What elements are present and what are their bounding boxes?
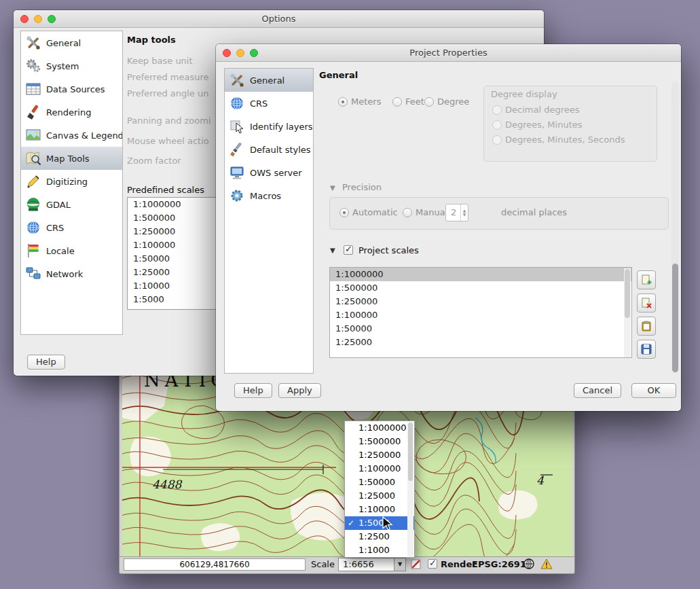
map-label-elevation-right: 4: [536, 474, 545, 487]
help-button[interactable]: Help: [234, 383, 272, 398]
crs-status-icon[interactable]: [523, 558, 535, 572]
sidebar-item-canvas-legend[interactable]: Canvas & Legend: [21, 124, 122, 147]
sidebar-item-crs[interactable]: CRS: [21, 216, 122, 239]
list-item[interactable]: 1:1000000: [330, 268, 631, 281]
minimize-button[interactable]: [236, 49, 244, 57]
option-preferred-measure: Preferred measure: [127, 72, 209, 82]
minimize-button[interactable]: [34, 15, 42, 23]
tools-icon: [25, 35, 41, 51]
precision-automatic-option[interactable]: Automatic: [339, 207, 398, 217]
stop-render-icon[interactable]: [410, 558, 422, 572]
options-section-title: Map tools: [127, 35, 176, 45]
radio-feet[interactable]: [392, 97, 402, 107]
pp-section-title: General: [319, 70, 358, 80]
save-scales-button[interactable]: [637, 340, 656, 359]
project-scales-expand-icon[interactable]: ▼: [330, 247, 335, 254]
list-scrollbar[interactable]: [624, 268, 631, 357]
dropdown-item[interactable]: 1:1000: [345, 543, 414, 557]
scale-dropdown-popup: 1:1000000 1:500000 1:250000 1:100000 1:5…: [344, 421, 415, 558]
unit-meters-option[interactable]: Meters: [338, 96, 381, 107]
radio-automatic[interactable]: [339, 208, 349, 217]
sidebar-item-macros[interactable]: Macros: [225, 184, 313, 207]
dropdown-item[interactable]: 1:50000: [345, 476, 414, 489]
sidebar-item-rendering[interactable]: Rendering: [21, 101, 122, 124]
ok-button[interactable]: OK: [631, 383, 676, 398]
remove-scale-button[interactable]: [637, 293, 656, 313]
precision-expand-icon[interactable]: ▼: [330, 184, 335, 192]
dropdown-item[interactable]: 1:100000: [345, 462, 414, 476]
apply-button[interactable]: Apply: [278, 383, 321, 398]
scale-combo[interactable]: 1:6656 ▼: [338, 558, 406, 571]
precision-manual-option[interactable]: Manual: [403, 207, 447, 217]
list-item[interactable]: 1:500000: [330, 281, 631, 295]
sidebar-item-locale[interactable]: Locale: [21, 239, 122, 262]
flag-icon: [25, 243, 41, 259]
option-preferred-angle: Preferred angle un: [127, 88, 208, 99]
project-scales-list[interactable]: 1:1000000 1:500000 1:250000 1:100000 1:5…: [329, 267, 632, 358]
sidebar-item-data-sources[interactable]: Data Sources: [21, 77, 122, 101]
radio-decimal-degrees: [492, 105, 502, 115]
panel-scrollbar[interactable]: [671, 82, 679, 374]
gears-icon: [25, 58, 41, 74]
sidebar-item-general[interactable]: General: [21, 31, 122, 54]
decimal-degrees-option: Decimal degrees: [492, 105, 579, 115]
help-button[interactable]: Help: [27, 355, 65, 370]
pencil-icon: [25, 173, 41, 190]
sidebar-item-digitizing[interactable]: Digitizing: [21, 170, 122, 193]
dropdown-item-selected[interactable]: ✓ 1:5000: [345, 516, 414, 530]
chevron-down-icon[interactable]: ▼: [394, 558, 405, 571]
project-scales-checkbox[interactable]: [344, 245, 353, 255]
dropdown-item[interactable]: 1:250000: [345, 448, 414, 462]
close-button[interactable]: [20, 15, 29, 23]
sidebar-item-gdal[interactable]: GDAL: [21, 193, 122, 216]
zoom-button[interactable]: [250, 49, 258, 57]
dropdown-item[interactable]: 1:10000: [345, 503, 414, 516]
sidebar-item-network[interactable]: Network: [21, 262, 122, 285]
radio-meters[interactable]: [338, 97, 348, 107]
sidebar-item-identify-layers[interactable]: Identify layers: [225, 115, 313, 138]
radio-manual[interactable]: [403, 208, 412, 217]
list-scrollbar-thumb[interactable]: [625, 269, 630, 318]
title-bar[interactable]: Project Properties: [216, 44, 681, 62]
spinner-value: 2: [446, 204, 460, 221]
panel-scrollbar-thumb[interactable]: [672, 264, 678, 372]
globe-icon: [229, 95, 245, 111]
list-item[interactable]: 1:250000: [330, 295, 631, 308]
paintbrush-icon: [25, 104, 41, 120]
unit-feet-option[interactable]: Feet: [392, 96, 424, 107]
radio-degree[interactable]: [424, 97, 434, 107]
title-bar[interactable]: Options: [14, 10, 544, 28]
zoom-button[interactable]: [48, 15, 56, 23]
sidebar-item-map-tools[interactable]: Map Tools: [21, 147, 122, 170]
sidebar-item-system[interactable]: System: [21, 54, 122, 77]
popup-scrollbar[interactable]: [407, 422, 413, 556]
list-item[interactable]: 1:25000: [330, 336, 631, 349]
warning-icon[interactable]: [540, 558, 553, 572]
option-keep-base-unit: Keep base unit: [127, 56, 193, 66]
close-button[interactable]: [223, 49, 231, 57]
list-item[interactable]: 1:50000: [330, 322, 631, 336]
network-icon: [25, 266, 41, 282]
degree-display-group: Degree display Decimal degrees Degrees, …: [483, 86, 657, 162]
add-scale-button[interactable]: [637, 270, 656, 289]
cancel-button[interactable]: Cancel: [574, 383, 621, 398]
sidebar-item-crs[interactable]: CRS: [225, 92, 313, 115]
scale-combo-value: 1:6656: [339, 558, 394, 571]
dropdown-item[interactable]: 1:2500: [345, 530, 414, 543]
import-scales-button[interactable]: [637, 317, 656, 336]
dropdown-item[interactable]: 1:1000000: [345, 421, 414, 435]
dropdown-item[interactable]: 1:25000: [345, 489, 414, 503]
sidebar-item-default-styles[interactable]: Default styles: [225, 138, 313, 161]
project-properties-sidebar: General CRS Identify layers Default styl…: [224, 68, 314, 374]
dropdown-item[interactable]: 1:500000: [345, 435, 414, 448]
render-checkbox[interactable]: [428, 559, 437, 569]
options-panning-group-title: Panning and zoomi: [127, 115, 211, 126]
remove-page-icon: [640, 297, 652, 309]
popup-scrollbar-thumb[interactable]: [408, 423, 413, 481]
sidebar-item-ows-server[interactable]: OWS server: [225, 161, 313, 184]
macro-gear-icon: [229, 188, 245, 204]
list-item[interactable]: 1:100000: [330, 308, 631, 322]
sidebar-item-general[interactable]: General: [225, 69, 313, 92]
unit-degree-option[interactable]: Degree: [424, 96, 469, 107]
coordinate-display[interactable]: 606129,4817660: [124, 558, 306, 571]
